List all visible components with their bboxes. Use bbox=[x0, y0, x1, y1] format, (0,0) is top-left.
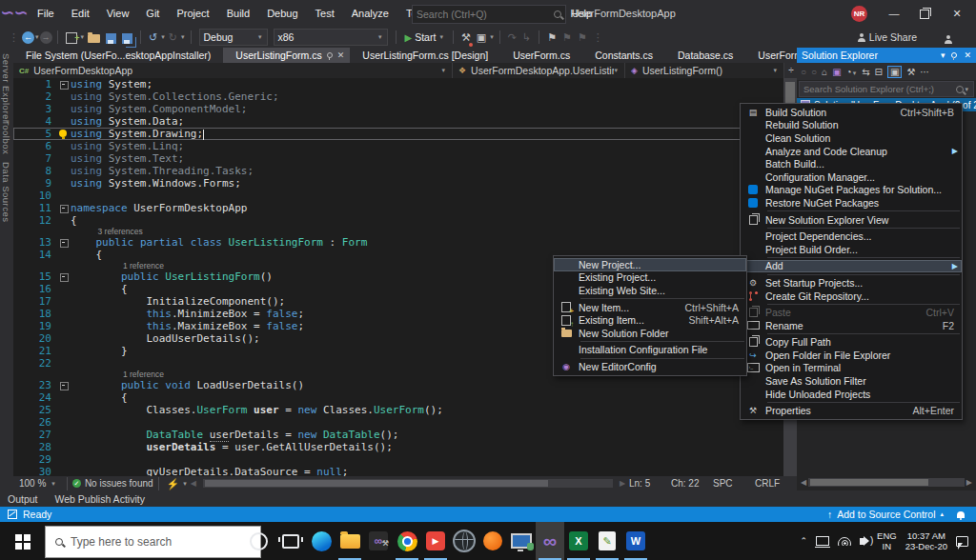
feedback-icon[interactable] bbox=[944, 30, 956, 50]
forward-icon[interactable]: ○ bbox=[811, 67, 817, 77]
menu-item-paste[interactable]: PasteCtrl+V bbox=[741, 306, 962, 319]
redo-button[interactable]: ↻ bbox=[169, 28, 177, 47]
menu-item-existing-web-site[interactable]: Existing Web Site... bbox=[554, 284, 746, 297]
pin-icon[interactable] bbox=[951, 52, 957, 58]
menu-item-hide-unloaded-projects[interactable]: Hide Unloaded Projects bbox=[741, 388, 962, 401]
menu-item-project-dependencies[interactable]: Project Dependencies... bbox=[741, 230, 962, 243]
properties-icon[interactable]: ⚒ bbox=[906, 67, 915, 77]
add-to-source-control-button[interactable]: ↑ Add to Source Control ▴ bbox=[827, 509, 944, 520]
bookmark-icon[interactable]: ⚑ bbox=[547, 28, 557, 47]
codelens-references[interactable]: 1 reference bbox=[123, 261, 164, 270]
fold-margin[interactable] bbox=[57, 270, 71, 283]
menu-item-copy-full-path[interactable]: Copy Full Path bbox=[741, 336, 962, 350]
undo-dropdown[interactable]: ▾ bbox=[161, 33, 165, 41]
account-avatar[interactable]: NR bbox=[851, 6, 867, 22]
language-indicator[interactable]: ENGIN bbox=[877, 530, 897, 551]
close-tab-icon[interactable]: ✕ bbox=[337, 48, 345, 63]
solution-explorer-header[interactable]: Solution Explorer ▾ ✕ bbox=[797, 48, 976, 63]
menu-item-new-editorconfig[interactable]: ◉New EditorConfig bbox=[554, 360, 746, 373]
step-into-icon[interactable]: ↳ bbox=[522, 28, 531, 47]
cortana-button[interactable] bbox=[244, 522, 273, 560]
fold-margin[interactable] bbox=[57, 379, 71, 391]
menu-item-new-solution-explorer-view[interactable]: New Solution Explorer View bbox=[741, 213, 962, 227]
codelens-references[interactable]: 1 reference bbox=[123, 370, 164, 379]
battery-icon[interactable] bbox=[816, 536, 829, 546]
scroll-right-arrow[interactable]: ▶ bbox=[966, 478, 972, 487]
menu-item-configuration-manager[interactable]: Configuration Manager... bbox=[741, 170, 962, 184]
fold-margin[interactable] bbox=[57, 78, 71, 90]
split-editor-handle[interactable]: ÷ bbox=[783, 63, 798, 78]
member-dropdown[interactable]: ◈ UserListingForm()▾ bbox=[625, 63, 783, 78]
sync-with-active-document-icon[interactable]: ⇆ bbox=[862, 67, 869, 77]
menu-test[interactable]: Test bbox=[307, 0, 343, 27]
menu-item-build-solution[interactable]: ▤Build SolutionCtrl+Shift+B bbox=[741, 106, 962, 119]
menu-git[interactable]: Git bbox=[137, 0, 168, 27]
collapse-icon[interactable] bbox=[60, 239, 69, 248]
volume-icon[interactable] bbox=[860, 538, 864, 545]
lightbulb-icon[interactable] bbox=[59, 130, 67, 137]
minimize-button[interactable]: — bbox=[879, 0, 909, 27]
solution-explorer-hscrollbar[interactable]: ◀ ▶ bbox=[801, 477, 972, 487]
pending-changes-filter-icon[interactable]: ◔ bbox=[846, 67, 852, 77]
window-position-dropdown-icon[interactable]: ▾ bbox=[941, 50, 946, 60]
type-dropdown[interactable]: ❖ UserFormDesktopApp.UserListingForm▾ bbox=[453, 63, 625, 78]
menu-item-new-item[interactable]: New Item...Ctrl+Shift+A bbox=[554, 301, 746, 314]
menu-item-clean-solution[interactable]: Clean Solution bbox=[741, 131, 962, 145]
taskbar-app-remote-pc[interactable] bbox=[507, 522, 536, 560]
solution-search-box[interactable]: Search Solution Explorer (Ctrl+;) ▾ bbox=[799, 81, 974, 97]
editor-horizontal-scrollbar[interactable] bbox=[203, 479, 613, 488]
codelens-references[interactable]: 3 references bbox=[97, 227, 142, 236]
menu-item-open-in-terminal[interactable]: ›_Open in Terminal bbox=[741, 362, 962, 375]
panel-tab-web-publish-activity[interactable]: Web Publish Activity bbox=[55, 493, 145, 505]
clock[interactable]: 10:37 AM23-Dec-20 bbox=[905, 530, 947, 551]
save-all-button[interactable] bbox=[122, 33, 132, 44]
open-file-button[interactable] bbox=[88, 34, 100, 43]
notifications-bell[interactable] bbox=[957, 509, 965, 520]
menu-build[interactable]: Build bbox=[218, 0, 258, 27]
document-tab[interactable]: UserForm.cs bbox=[500, 48, 582, 63]
back-icon[interactable]: ○ bbox=[801, 67, 806, 77]
zoom-dropdown[interactable]: 100 %▾ bbox=[13, 478, 62, 489]
step-over-icon[interactable]: ↷ bbox=[508, 28, 517, 47]
menu-item-existing-project[interactable]: Existing Project... bbox=[554, 271, 746, 285]
fold-margin[interactable] bbox=[57, 202, 71, 214]
start-debugging-button[interactable]: ▶ Start▾ bbox=[405, 31, 444, 43]
menu-item-existing-item[interactable]: Existing Item...Shift+Alt+A bbox=[554, 313, 746, 327]
menu-item-new-project[interactable]: New Project... bbox=[554, 258, 746, 271]
document-tab[interactable]: Database.cs bbox=[665, 48, 745, 63]
menu-item-project-build-order[interactable]: Project Build Order... bbox=[741, 243, 962, 256]
next-bookmark-icon[interactable]: ⚑ bbox=[578, 28, 587, 47]
attach-to-process-icon[interactable]: ⚒ bbox=[461, 28, 471, 47]
project-dropdown[interactable]: C# UserFormDesktopApp▾ bbox=[13, 63, 453, 78]
collapse-all-icon[interactable]: ⊟ bbox=[875, 67, 883, 77]
solution-configuration-dropdown[interactable]: Debug▾ bbox=[199, 29, 268, 46]
menu-item-properties[interactable]: ⚒PropertiesAlt+Enter bbox=[741, 404, 962, 417]
action-center-icon[interactable] bbox=[956, 536, 968, 547]
fold-margin[interactable] bbox=[57, 236, 71, 249]
tray-expand-chevron-icon[interactable]: ⌃ bbox=[801, 536, 808, 546]
hot-reload-icon[interactable]: ▣ bbox=[477, 28, 486, 47]
taskbar-app-file-explorer[interactable] bbox=[336, 522, 364, 560]
taskbar-search-box[interactable]: Type here to search bbox=[45, 526, 261, 558]
menu-item-set-startup-projects[interactable]: ⚙Set Startup Projects... bbox=[741, 276, 962, 290]
menu-view[interactable]: View bbox=[98, 0, 138, 27]
navigate-back-dropdown[interactable]: ▾ bbox=[35, 33, 39, 41]
document-tab[interactable]: Constants.cs bbox=[582, 48, 665, 63]
taskbar-app-green-editor[interactable]: ✎ bbox=[593, 522, 621, 560]
menu-item-save-as-solution-filter[interactable]: Save As Solution Filter bbox=[741, 374, 962, 388]
sidebar-item-server-explorer[interactable]: Server Explorer bbox=[1, 53, 11, 124]
menu-item-rename[interactable]: RenameF2 bbox=[741, 319, 962, 332]
menu-edit[interactable]: Edit bbox=[63, 0, 98, 27]
menu-item-create-git-repository[interactable]: Create Git Repository... bbox=[741, 290, 962, 303]
taskbar-app-browser-globe[interactable] bbox=[450, 522, 478, 560]
sidebar-item-data-sources[interactable]: Data Sources bbox=[1, 162, 11, 223]
taskbar-app-vs-installer[interactable]: ∞ bbox=[364, 522, 393, 560]
collapse-icon[interactable] bbox=[60, 382, 69, 390]
collapse-icon[interactable] bbox=[60, 205, 69, 213]
menu-item-add[interactable]: Add▶ bbox=[741, 260, 962, 273]
menu-project[interactable]: Project bbox=[168, 0, 217, 27]
new-project-dropdown[interactable]: ▾ bbox=[81, 33, 85, 41]
taskbar-app-visual-studio[interactable]: ∞ bbox=[536, 522, 564, 560]
document-tab[interactable]: File System (UserFo...esktopAppInstaller… bbox=[13, 48, 223, 63]
menu-item-analyze-and-code-cleanup[interactable]: Analyze and Code Cleanup▶ bbox=[741, 145, 962, 158]
